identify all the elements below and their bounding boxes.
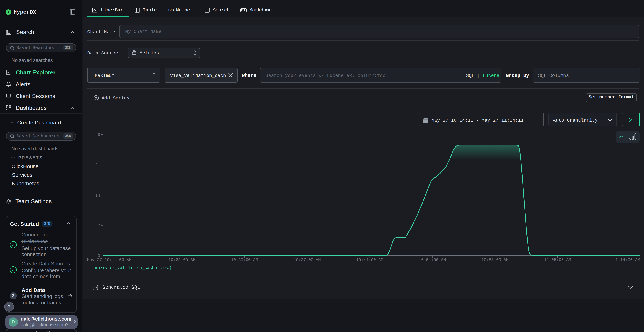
svg-text:7: 7 [98,224,100,228]
svg-text:10:44:00 AM: 10:44:00 AM [356,258,383,262]
svg-text:10:51:00 AM: 10:51:00 AM [419,258,446,262]
svg-text:10:23:00 AM: 10:23:00 AM [168,258,196,262]
svg-text:28: 28 [95,132,100,137]
svg-text:14: 14 [95,193,100,198]
svg-text:11:05:00 AM: 11:05:00 AM [544,258,571,262]
svg-text:10:30:00 AM: 10:30:00 AM [231,258,258,262]
svg-text:10:37:00 AM: 10:37:00 AM [294,258,321,262]
svg-text:21: 21 [95,163,100,168]
svg-text:11:14:00 AM: 11:14:00 AM [613,258,640,262]
svg-text:10:58:00 AM: 10:58:00 AM [482,258,508,262]
svg-text:May 27 10:14:00 AM: May 27 10:14:00 AM [87,258,132,262]
